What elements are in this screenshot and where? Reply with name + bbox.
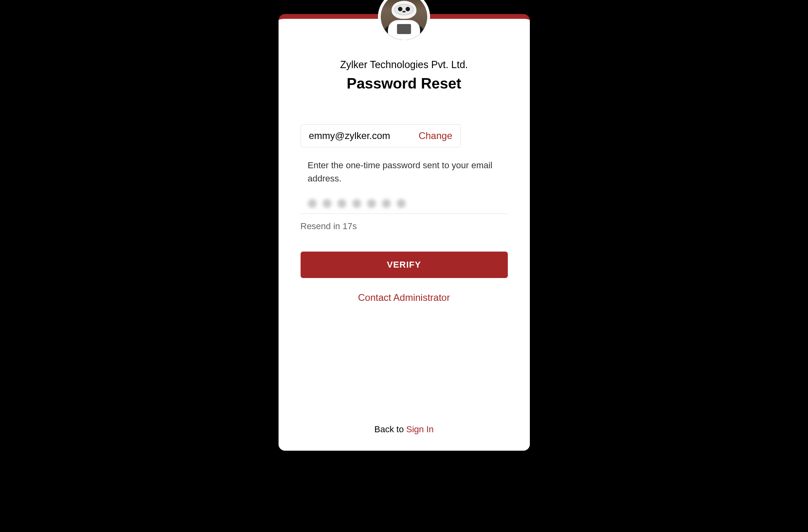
contact-administrator-link[interactable]: Contact Administrator	[301, 292, 508, 303]
avatar-wrapper	[378, 0, 430, 43]
resend-suffix: s	[352, 221, 357, 231]
header: Zylker Technologies Pvt. Ltd. Password R…	[301, 59, 508, 92]
otp-input[interactable]	[301, 199, 508, 214]
resend-countdown: Resend in 17s	[301, 221, 508, 232]
robot-eye-right-icon	[406, 7, 410, 11]
robot-mouth-icon	[402, 11, 406, 12]
page-title: Password Reset	[301, 75, 508, 92]
email-value: emmy@zylker.com	[309, 130, 390, 141]
resend-seconds: 17	[343, 221, 352, 231]
avatar	[381, 0, 427, 40]
sign-in-link[interactable]: Sign In	[406, 424, 434, 434]
otp-digit-dot-icon	[308, 199, 317, 208]
verify-button[interactable]: VERIFY	[301, 252, 508, 278]
otp-digit-dot-icon	[367, 199, 376, 208]
change-email-link[interactable]: Change	[418, 130, 452, 141]
otp-digit-dot-icon	[382, 199, 391, 208]
robot-eye-left-icon	[398, 7, 402, 11]
instruction-text: Enter the one-time password sent to your…	[301, 159, 508, 185]
robot-head-icon	[392, 1, 416, 19]
robot-screen-icon	[397, 24, 411, 34]
password-reset-card: Zylker Technologies Pvt. Ltd. Password R…	[279, 14, 530, 451]
otp-digit-dot-icon	[352, 199, 361, 208]
company-name: Zylker Technologies Pvt. Ltd.	[301, 59, 508, 71]
resend-prefix: Resend in	[301, 221, 343, 231]
otp-digit-dot-icon	[397, 199, 406, 208]
otp-digit-dot-icon	[337, 199, 346, 208]
footer: Back to Sign In	[301, 424, 508, 435]
footer-prefix: Back to	[374, 424, 406, 434]
otp-digit-dot-icon	[323, 199, 331, 208]
robot-face-icon	[394, 4, 414, 15]
email-box: emmy@zylker.com Change	[301, 124, 461, 147]
